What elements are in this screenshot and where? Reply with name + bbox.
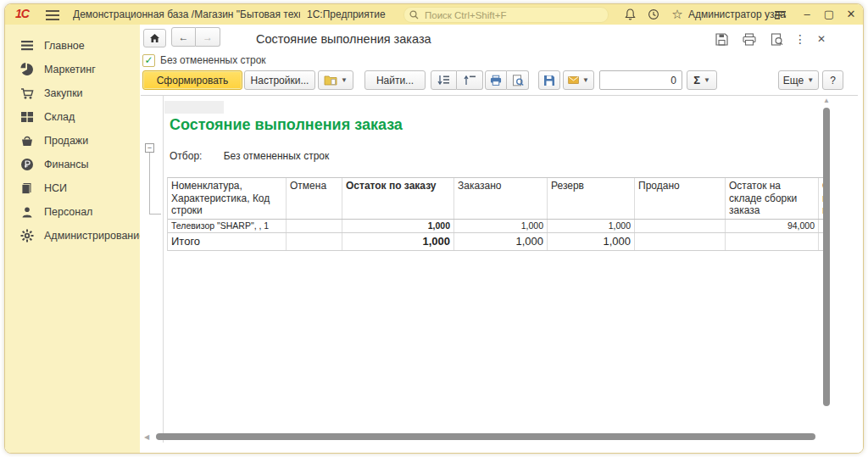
cell-ostatok[interactable]: 1,000 — [342, 220, 454, 232]
cell-zakazano[interactable]: 1,000 — [454, 233, 548, 250]
cell-zakazano[interactable]: 1,000 — [454, 220, 548, 232]
table-header-row: Номенклатура, Характеристика, Код строки… — [168, 178, 829, 220]
sigma-icon: Σ — [693, 74, 700, 86]
sidebar-item-finansy[interactable]: Финансы — [5, 153, 140, 176]
more-kebab-icon[interactable]: ⋮ — [791, 31, 810, 47]
person-icon — [20, 206, 34, 219]
folder-report-icon — [324, 75, 337, 86]
topbar: 1С Демонстрационная база /Магазин "Бытов… — [5, 4, 863, 25]
favorites-star-icon[interactable]: ☆ — [670, 7, 685, 22]
vertical-scrollbar[interactable]: ▲ — [822, 98, 831, 427]
database-title: Демонстрационная база /Магазин "Бытовая … — [73, 8, 300, 20]
save-icon[interactable] — [712, 31, 731, 47]
search-input[interactable] — [423, 9, 603, 21]
cell-itogo-label[interactable]: Итого — [168, 233, 287, 250]
cell-sklad-sborki[interactable]: 94,000 — [726, 220, 819, 232]
sidebar-item-nsi[interactable]: НСИ — [5, 177, 140, 199]
forward-button[interactable]: → — [196, 27, 220, 47]
vertical-scroll-thumb[interactable] — [823, 108, 830, 406]
current-user[interactable]: Администратор узла — [688, 8, 786, 20]
form-header: ← → Состояние выполнения заказа ⋮ ✕ — [140, 27, 863, 51]
expand-levels-icon — [437, 75, 450, 86]
report-title: Состояние выполнения заказа — [170, 116, 403, 134]
cell-ostatok[interactable]: 1,000 — [342, 233, 454, 250]
notifications-bell-icon[interactable] — [622, 7, 637, 22]
close-form-icon[interactable]: ✕ — [812, 31, 831, 47]
close-window-button[interactable]: ✕ — [843, 6, 860, 22]
expand-groups-button[interactable] — [431, 70, 457, 90]
cell-sklad-sborki[interactable] — [726, 233, 819, 250]
cell-rezerv[interactable]: 1,000 — [548, 233, 635, 250]
back-button[interactable]: ← — [171, 27, 196, 47]
header-ostatok-sklad-sborki[interactable]: Остаток на складе сборки заказа — [726, 178, 819, 219]
header-rezerv[interactable]: Резерв — [548, 178, 635, 219]
group-collapse-toggle[interactable]: − — [145, 143, 154, 153]
find-button[interactable]: Найти... — [364, 70, 426, 90]
cell-prodano[interactable] — [635, 220, 726, 232]
app-name: 1С:Предприятие — [307, 8, 386, 20]
help-button[interactable]: ? — [822, 70, 843, 90]
home-button[interactable] — [143, 29, 166, 47]
quick-sum-field[interactable] — [599, 70, 682, 90]
form-area: ← → Состояние выполнения заказа ⋮ ✕ ✓ Бе… — [140, 25, 863, 453]
sidebar-item-glavnoe[interactable]: Главное — [5, 35, 140, 57]
sidebar-item-personal[interactable]: Персонал — [5, 201, 140, 223]
generate-button[interactable]: Сформировать — [142, 70, 242, 90]
horizontal-scrollbar[interactable]: ◀ — [144, 433, 824, 441]
collapse-groups-button[interactable] — [457, 70, 483, 90]
header-ostatok-po-zakazu[interactable]: Остаток по заказу — [342, 178, 454, 219]
header-prodano[interactable]: Продано — [635, 178, 726, 219]
sum-sigma-button[interactable]: Σ ▼ — [687, 70, 717, 90]
table-row: Телевизор "SHARP", , 1 1,000 1,000 1,000… — [168, 220, 829, 233]
preview-button[interactable] — [507, 70, 529, 90]
save-result-button[interactable] — [538, 70, 560, 90]
more-actions-button[interactable]: Еще▼ — [778, 70, 819, 90]
header-nomenklatura[interactable]: Номенклатура, Характеристика, Код строки — [168, 178, 287, 219]
service-menu-icon[interactable] — [772, 7, 787, 22]
group-bracket — [149, 153, 150, 214]
main-menu-icon[interactable] — [46, 8, 59, 20]
filter-checkbox-label[interactable]: Без отмененных строк — [160, 54, 266, 66]
send-mail-button[interactable]: ▼ — [563, 70, 594, 90]
cell-otmena[interactable] — [287, 233, 342, 250]
sidebar-item-marketing[interactable]: Маркетинг — [5, 59, 140, 81]
header-zakazano[interactable]: Заказано — [454, 178, 548, 219]
basket-icon — [20, 135, 34, 148]
floppy-icon — [543, 75, 555, 86]
printer-icon — [490, 75, 502, 86]
sidebar-item-prodazhi[interactable]: Продажи — [5, 130, 140, 152]
form-title: Состояние выполнения заказа — [256, 32, 431, 46]
report-toolbar: Сформировать Настройки... ▼ Найти... — [140, 70, 863, 92]
1c-logo: 1С — [15, 7, 29, 20]
maximize-button[interactable]: ▢ — [821, 6, 837, 22]
sidebar-item-administrirovanie[interactable]: Администрирование — [5, 225, 140, 247]
filter-label: Отбор: — [170, 150, 202, 162]
global-search[interactable] — [403, 7, 609, 23]
pie-chart-icon — [20, 63, 34, 76]
history-icon[interactable] — [646, 7, 661, 22]
report-variants-button[interactable]: ▼ — [318, 70, 353, 90]
scroll-left-icon[interactable]: ◀ — [144, 433, 149, 441]
cell-prodano[interactable] — [635, 233, 726, 250]
print-button[interactable] — [485, 70, 507, 90]
filter-checkbox[interactable]: ✓ — [142, 54, 155, 67]
envelope-icon — [568, 75, 579, 85]
print-icon[interactable] — [740, 31, 759, 47]
cell-nomenklatura[interactable]: Телевизор "SHARP", , 1 — [168, 220, 287, 232]
cell-rezerv[interactable]: 1,000 — [548, 220, 635, 232]
horizontal-scroll-thumb[interactable] — [156, 433, 815, 440]
preview-icon[interactable] — [767, 31, 786, 47]
sidebar-item-sklad[interactable]: Склад — [5, 106, 140, 128]
report-table: Номенклатура, Характеристика, Код строки… — [167, 177, 829, 251]
header-otmena[interactable]: Отмена — [287, 178, 342, 219]
books-icon — [20, 182, 34, 195]
scroll-up-icon[interactable]: ▲ — [823, 98, 830, 104]
minimize-button[interactable]: – — [798, 6, 815, 22]
fixed-cell-strip — [164, 101, 224, 114]
cell-otmena[interactable] — [287, 220, 342, 232]
search-icon — [409, 10, 419, 20]
collapse-levels-icon — [464, 75, 476, 86]
settings-button[interactable]: Настройки... — [244, 70, 315, 90]
table-total-row: Итого 1,000 1,000 1,000 — [168, 233, 829, 251]
sidebar-item-zakupki[interactable]: Закупки — [5, 82, 140, 104]
